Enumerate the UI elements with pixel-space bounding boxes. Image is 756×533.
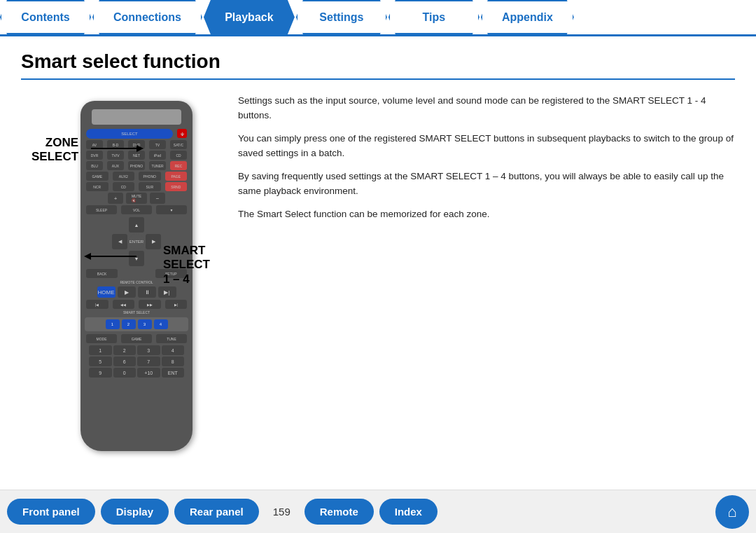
rb-sf: ▼ [156, 205, 187, 214]
smart-select-remote-label: SMART SELECT [85, 310, 188, 314]
rb-b5: CD [170, 151, 187, 160]
remote-zone-btn: SELECT [86, 129, 173, 139]
rb-t1: |◀ [86, 300, 108, 309]
rb-game: GAME [121, 334, 152, 343]
num-9: 9 [89, 368, 112, 378]
rb-c1: BLU [86, 161, 103, 170]
dpad-left: ◀ [112, 234, 127, 249]
ss-btn-3: 3 [138, 319, 152, 329]
remote-illustration: ZONESELECT SMARTSELECT1 – 4 [21, 94, 217, 451]
mute-btn: MUTE🔇 [126, 193, 147, 204]
tab-connections[interactable]: Connections [92, 0, 202, 34]
remote-sleep-row: SLEEP VOL ▼ [85, 205, 188, 214]
tab-tips[interactable]: Tips [388, 0, 479, 34]
zone-arrow [91, 141, 147, 155]
remote-power-btn: ⏻ [177, 129, 187, 138]
rb-d2: AUX2 [113, 172, 135, 181]
dpad-enter: ENTER [129, 234, 144, 249]
rb-d3: PHONO [139, 172, 161, 181]
rb-e4: SRND [165, 182, 188, 191]
main-area: ZONESELECT SMARTSELECT1 – 4 [21, 94, 735, 451]
tab-settings[interactable]: Settings [296, 0, 387, 34]
tab-contents[interactable]: Contents [0, 0, 91, 34]
rb-sleep: SLEEP [86, 205, 117, 214]
rb-c2: AUX [107, 161, 124, 170]
index-button[interactable]: Index [379, 499, 438, 525]
rb-d4: PAGE [165, 172, 188, 181]
smart-select-label: SMARTSELECT1 – 4 [163, 244, 210, 286]
rb-t4: ▶| [165, 300, 188, 309]
front-panel-button[interactable]: Front panel [7, 499, 95, 525]
page-number: 159 [265, 506, 299, 518]
remote-zone-row: SELECT ⏻ [85, 129, 188, 139]
text-content: Settings such as the input source, volum… [238, 94, 735, 451]
pb-play: ▶ [118, 286, 136, 298]
remote-tune-row: |◀ ◀◀ ▶▶ ▶| [85, 300, 188, 309]
svg-marker-1 [136, 145, 144, 152]
pb-pause: ⏸ [138, 286, 156, 298]
paragraph-3: By saving frequently used settings at th… [238, 169, 735, 199]
page-content: Smart select function ZONESELECT SMARTSE… [0, 36, 756, 458]
pb-next: ▶| [158, 286, 176, 298]
playback-buttons: HOME ▶ ⏸ ▶| [89, 286, 184, 298]
numpad: 1 2 3 4 5 6 7 8 9 0 +10 ENT [89, 345, 184, 378]
rb-e1: NCR [86, 182, 108, 191]
rb-e2: CD [113, 182, 135, 191]
remote-row-5: NCR CD SUR SRND [85, 182, 188, 191]
rb-c4: TUNER [149, 161, 166, 170]
remote-row-4: GAME AUX2 PHONO PAGE [85, 172, 188, 181]
display-button[interactable]: Display [101, 499, 169, 525]
num-7: 7 [137, 357, 160, 366]
home-button[interactable]: ⌂ [715, 495, 749, 529]
rear-panel-button[interactable]: Rear panel [174, 499, 259, 525]
dpad-up: ▲ [129, 217, 144, 233]
ss-btn-1: 1 [106, 319, 120, 329]
rb-sov: VOL [121, 205, 152, 214]
home-icon: ⌂ [727, 503, 736, 521]
num-enter: ENT [162, 368, 185, 378]
page-title: Smart select function [21, 50, 735, 80]
rb-tune: TUNE [156, 334, 187, 343]
paragraph-2: You can simply press one of the register… [238, 132, 735, 161]
rb-t3: ▶▶ [139, 300, 161, 309]
smart-select-arrow [84, 249, 136, 263]
num-0: 0 [113, 368, 136, 378]
rb-a4: TV [149, 140, 166, 149]
num-plus10: +10 [137, 368, 160, 378]
top-navigation: Contents Connections Playback Settings T… [0, 0, 756, 36]
paragraph-1: Settings such as the input source, volum… [238, 94, 735, 123]
rb-c3: PHONO [128, 161, 145, 170]
tab-playback[interactable]: Playback [204, 0, 295, 34]
ss-btn-2: 2 [122, 319, 136, 329]
vol-down: − [150, 193, 165, 204]
rb-c5: REC [170, 161, 187, 170]
num-3: 3 [137, 345, 160, 355]
rb-back: BACK [86, 269, 118, 278]
num-2: 2 [113, 345, 136, 355]
ss-btn-4: 4 [154, 319, 168, 329]
volume-row: + MUTE🔇 − [89, 193, 184, 204]
rb-b4: iPod [149, 151, 166, 160]
remote-button[interactable]: Remote [304, 499, 374, 525]
rb-mode: MODE [86, 334, 117, 343]
zone-select-label: ZONESELECT [31, 136, 78, 165]
rb-t2: ◀◀ [113, 300, 135, 309]
rb-a5: SAT/C [170, 140, 187, 149]
vol-up: + [108, 193, 123, 204]
tab-appendix[interactable]: Appendix [481, 0, 574, 34]
num-1: 1 [89, 345, 112, 355]
paragraph-4: The Smart Select function can be memoriz… [238, 207, 735, 222]
bottom-navigation: Front panel Display Rear panel 159 Remot… [0, 490, 756, 533]
remote-mode-row: MODE GAME TUNE [85, 334, 188, 343]
num-6: 6 [113, 357, 136, 366]
pb-home: HOME [97, 286, 115, 298]
svg-marker-3 [84, 253, 91, 260]
remote-row-3: BLU AUX PHONO TUNER REC [85, 161, 188, 170]
smart-select-buttons: 1 2 3 4 [85, 317, 188, 331]
rb-d1: GAME [86, 172, 108, 181]
rb-e3: SUR [139, 182, 161, 191]
num-4: 4 [162, 345, 185, 355]
num-8: 8 [162, 357, 185, 366]
dpad-right: ▶ [146, 234, 161, 249]
remote-screen [92, 109, 181, 125]
